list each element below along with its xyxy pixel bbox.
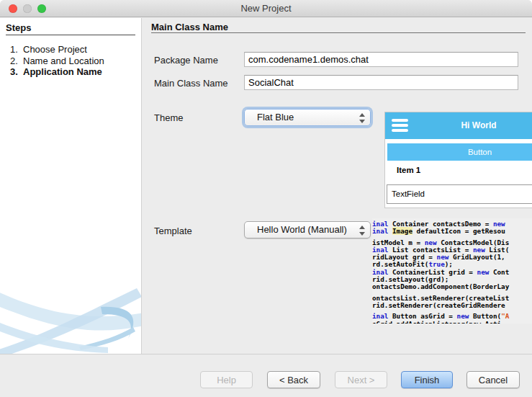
template-select-value: Hello World (Manuall) <box>257 224 347 235</box>
wizard-watermark-graphic <box>0 278 142 354</box>
step-number: 1. <box>0 44 17 55</box>
panel-title: Main Class Name <box>151 22 228 32</box>
help-button: Help <box>200 371 253 388</box>
stepper-arrows-icon <box>359 112 365 124</box>
code-line: inal Image defaultIcon = getResou <box>372 228 532 235</box>
step-number: 3. <box>0 66 17 78</box>
preview-list-item: Item 1 <box>397 166 420 174</box>
step-item-application-name: 3.Application Name <box>0 66 142 78</box>
stepper-arrows-icon <box>359 225 365 236</box>
step-item-choose-project: 1.Choose Project <box>0 44 142 55</box>
wizard-main-panel: Main Class Name Package Name Main Class … <box>143 18 532 354</box>
new-project-dialog: New Project Steps 1.Choose Project2.Name… <box>0 0 532 397</box>
step-label: Choose Project <box>17 44 87 55</box>
code-line: rid.setRenderer(createGridRendere <box>372 302 532 309</box>
back-button[interactable]: < Back <box>267 371 320 388</box>
steps-heading-rule <box>6 35 135 35</box>
main-class-name-label: Main Class Name <box>154 78 228 89</box>
theme-preview: Hi World Button Item 1 TextField <box>384 112 532 208</box>
step-item-name-and-location: 2.Name and Location <box>0 55 142 67</box>
step-label: Name and Location <box>17 55 104 67</box>
template-label: Template <box>154 226 192 236</box>
template-select[interactable]: Hello World (Manuall) <box>244 221 371 238</box>
package-name-label: Package Name <box>154 55 218 66</box>
step-label: Application Name <box>17 66 102 78</box>
code-line: sGrid.addActionListener(new Acti <box>372 321 532 324</box>
main-class-name-input[interactable] <box>244 75 518 90</box>
next-button: Next > <box>335 371 387 388</box>
step-number: 2. <box>0 55 17 67</box>
title-bar: New Project <box>0 0 532 17</box>
panel-title-rule <box>151 32 526 33</box>
theme-select-value: Flat Blue <box>257 112 294 122</box>
template-code-preview: inal Container contactsDemo = new inal I… <box>372 218 532 324</box>
steps-heading: Steps <box>6 22 31 33</box>
preview-textfield: TextField <box>387 184 532 204</box>
preview-button: Button <box>387 143 532 161</box>
theme-select[interactable]: Flat Blue <box>244 109 371 126</box>
preview-titlebar: Hi World <box>385 112 532 139</box>
dialog-footer: Help< BackNext >FinishCancel <box>0 354 532 397</box>
finish-button[interactable]: Finish <box>401 371 453 388</box>
steps-list: 1.Choose Project2.Name and Location3.App… <box>0 44 142 78</box>
preview-title: Hi World <box>385 112 532 139</box>
window-title: New Project <box>0 0 532 17</box>
code-line: ontactsDemo.addComponent(BorderLay <box>372 283 532 290</box>
cancel-button[interactable]: Cancel <box>466 371 520 388</box>
package-name-input[interactable] <box>244 52 518 67</box>
theme-label: Theme <box>154 112 183 123</box>
steps-sidebar: Steps 1.Choose Project2.Name and Locatio… <box>0 18 142 354</box>
